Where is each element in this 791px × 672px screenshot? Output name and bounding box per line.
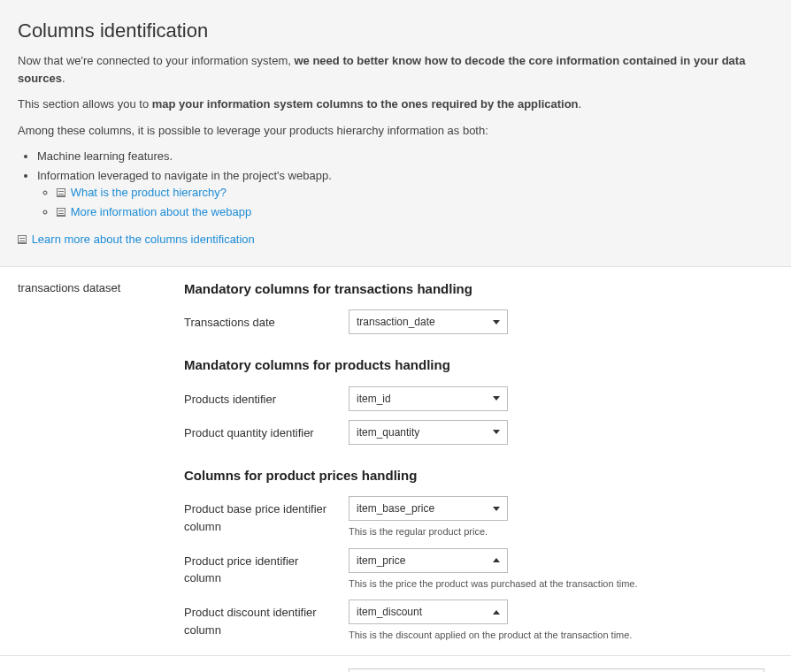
link-webapp-info[interactable]: More information about the webapp	[71, 205, 252, 218]
chevron-down-icon	[493, 396, 500, 401]
help-text-base-price: This is the regular product price.	[349, 524, 764, 539]
chevron-down-icon	[493, 507, 500, 511]
select-product-discount[interactable]: item_discount	[349, 599, 508, 624]
group-title-products-handling: Mandatory columns for products handling	[184, 355, 773, 376]
intro-bullet-1: Machine learning features.	[37, 148, 773, 165]
tags-input-products-hierarchy[interactable]: main_category ✕ sub_category ✕ item_id ✕	[349, 668, 764, 673]
field-label-product-price: Product price identifier column	[184, 548, 349, 587]
field-label-products-identifier: Products identifier	[184, 386, 349, 409]
page-title: Columns identification	[18, 16, 773, 45]
chevron-down-icon	[493, 320, 500, 325]
section-label-products: products dataset	[0, 656, 184, 673]
select-value: item_quantity	[357, 424, 419, 440]
select-value: transaction_date	[357, 314, 435, 330]
doc-icon	[57, 208, 65, 217]
help-text-product-discount: This is the discount applied on the prod…	[349, 628, 764, 643]
select-product-price[interactable]: item_price	[349, 548, 508, 573]
field-label-product-quantity: Product quantity identifier	[184, 420, 349, 442]
intro-p2-suffix: .	[579, 97, 582, 111]
intro-bullet-2: Information leveraged to navigate in the…	[37, 169, 332, 182]
doc-icon	[57, 188, 65, 197]
help-text-product-price: This is the price the product was purcha…	[349, 577, 764, 592]
field-label-transactions-date: Transactions date	[184, 309, 349, 332]
chevron-up-icon	[493, 558, 500, 562]
field-label-base-price: Product base price identifier column	[184, 496, 349, 535]
select-product-quantity[interactable]: item_quantity	[349, 420, 508, 445]
group-title-txn-handling: Mandatory columns for transactions handl…	[184, 279, 773, 300]
intro-paragraph-3: Among these columns, it is possible to l…	[18, 122, 773, 140]
intro-paragraph-1: Now that we're connected to your informa…	[18, 52, 773, 87]
select-value: item_id	[357, 391, 391, 407]
chevron-up-icon	[493, 610, 500, 615]
select-base-price[interactable]: item_base_price	[349, 496, 508, 521]
intro-p2-strong: map your information system columns to t…	[152, 97, 579, 111]
chevron-down-icon	[493, 430, 500, 434]
link-learn-more-columns[interactable]: Learn more about the columns identificat…	[32, 233, 255, 246]
field-label-products-hierarchy: Products hierarchy	[184, 668, 349, 673]
select-transactions-date[interactable]: transaction_date	[349, 309, 508, 334]
intro-paragraph-2: This section allows you to map your info…	[18, 95, 773, 113]
intro-p1-prefix: Now that we're connected to your informa…	[18, 54, 294, 67]
intro-p2-prefix: This section allows you to	[18, 97, 152, 111]
select-value: item_discount	[357, 604, 422, 620]
field-label-product-discount: Product discount identifier column	[184, 599, 349, 638]
section-label-transactions: transactions dataset	[0, 267, 184, 655]
intro-p1-suffix: .	[62, 72, 65, 85]
select-value: item_price	[357, 553, 405, 569]
link-product-hierarchy[interactable]: What is the product hierarchy?	[71, 186, 227, 199]
group-title-prices-handling: Columns for product prices handling	[184, 466, 773, 486]
doc-icon	[18, 235, 27, 244]
select-value: item_base_price	[357, 500, 434, 516]
select-products-identifier[interactable]: item_id	[349, 386, 508, 411]
